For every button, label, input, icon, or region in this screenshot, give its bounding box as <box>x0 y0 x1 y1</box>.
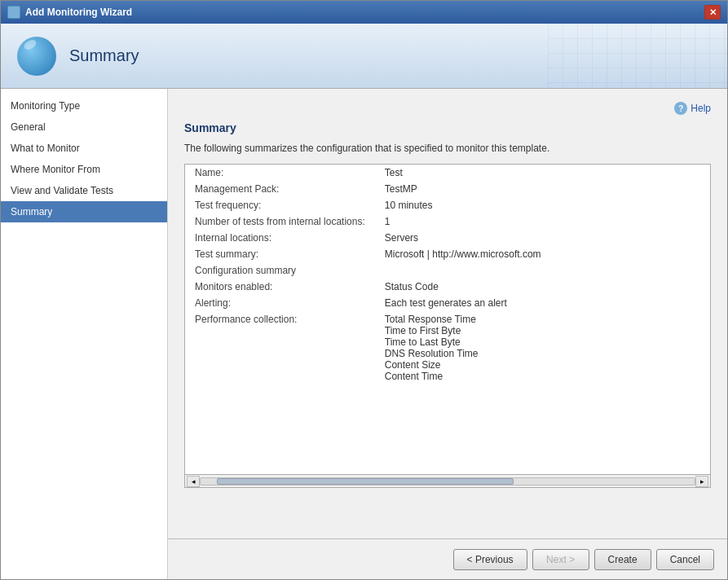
row-value: Test <box>375 165 710 181</box>
sidebar-item-what-to-monitor[interactable]: What to Monitor <box>1 138 167 159</box>
table-row: Monitors enabled:Status Code <box>185 279 710 295</box>
content-area: Monitoring Type General What to Monitor … <box>1 89 727 579</box>
sidebar-item-summary[interactable]: Summary <box>1 201 167 222</box>
summary-table-container: Name:TestManagement Pack:TestMPTest freq… <box>184 164 711 488</box>
section-title: Summary <box>184 121 711 134</box>
help-icon: ? <box>674 102 687 115</box>
window-title: Add Monitoring Wizard <box>25 7 704 18</box>
row-value: 10 minutes <box>375 197 710 213</box>
table-row: Internal locations:Servers <box>185 230 710 246</box>
close-button[interactable]: ✕ <box>704 5 721 20</box>
row-value: Total Response TimeTime to First ByteTim… <box>375 311 710 384</box>
row-key: Name: <box>185 165 375 181</box>
row-key: Performance collection: <box>185 311 375 384</box>
wizard-icon <box>17 37 56 76</box>
help-link[interactable]: ? Help <box>674 102 711 115</box>
table-row: Performance collection:Total Response Ti… <box>185 311 710 384</box>
description-text: The following summarizes the configurati… <box>184 143 711 154</box>
help-label: Help <box>690 103 711 114</box>
row-value: Microsoft | http://www.microsoft.com <box>375 246 710 262</box>
scrollbar-container: ◂ ▸ <box>185 474 710 487</box>
title-bar: Add Monitoring Wizard ✕ <box>1 1 727 24</box>
header-title: Summary <box>69 46 139 65</box>
scroll-right-arrow[interactable]: ▸ <box>695 476 708 487</box>
previous-button[interactable]: < Previous <box>453 549 527 570</box>
create-button[interactable]: Create <box>594 549 651 570</box>
help-bar: ? Help <box>184 102 711 115</box>
header-banner: Summary <box>1 24 727 89</box>
svg-rect-0 <box>548 24 727 89</box>
sidebar-item-general[interactable]: General <box>1 116 167 138</box>
row-value: 1 <box>375 213 710 230</box>
table-row: Configuration summary <box>185 262 710 279</box>
summary-scroll-area[interactable]: Name:TestManagement Pack:TestMPTest freq… <box>185 165 710 474</box>
row-key: Configuration summary <box>185 262 375 279</box>
row-value <box>375 262 710 279</box>
row-value: Status Code <box>375 279 710 295</box>
table-row: Test summary:Microsoft | http://www.micr… <box>185 246 710 262</box>
summary-table: Name:TestManagement Pack:TestMPTest freq… <box>185 165 710 384</box>
main-window: Add Monitoring Wizard ✕ Summary Monitori… <box>0 0 728 580</box>
sidebar-item-where-monitor-from[interactable]: Where Monitor From <box>1 159 167 180</box>
row-key: Alerting: <box>185 295 375 311</box>
window-icon <box>7 6 20 19</box>
row-key: Number of tests from internal locations: <box>185 213 375 230</box>
table-row: Management Pack:TestMP <box>185 181 710 197</box>
scrollbar-track <box>200 477 695 486</box>
main-content: ? Help Summary The following summarizes … <box>168 89 727 579</box>
row-key: Test summary: <box>185 246 375 262</box>
row-value: Servers <box>375 230 710 246</box>
row-value: TestMP <box>375 181 710 197</box>
table-row: Test frequency:10 minutes <box>185 197 710 213</box>
main-body: ? Help Summary The following summarizes … <box>168 89 727 538</box>
scroll-left-arrow[interactable]: ◂ <box>187 476 200 487</box>
next-button[interactable]: Next > <box>532 549 589 570</box>
table-row: Number of tests from internal locations:… <box>185 213 710 230</box>
row-key: Internal locations: <box>185 230 375 246</box>
table-row: Name:Test <box>185 165 710 181</box>
row-key: Monitors enabled: <box>185 279 375 295</box>
row-value: Each test generates an alert <box>375 295 710 311</box>
table-row: Alerting:Each test generates an alert <box>185 295 710 311</box>
sidebar-item-monitoring-type[interactable]: Monitoring Type <box>1 95 167 116</box>
cancel-button[interactable]: Cancel <box>656 549 714 570</box>
scrollbar-thumb[interactable] <box>217 478 514 485</box>
footer-buttons: < Previous Next > Create Cancel <box>168 538 727 579</box>
sidebar: Monitoring Type General What to Monitor … <box>1 89 168 579</box>
row-key: Management Pack: <box>185 181 375 197</box>
row-key: Test frequency: <box>185 197 375 213</box>
sidebar-item-view-validate-tests[interactable]: View and Validate Tests <box>1 180 167 201</box>
